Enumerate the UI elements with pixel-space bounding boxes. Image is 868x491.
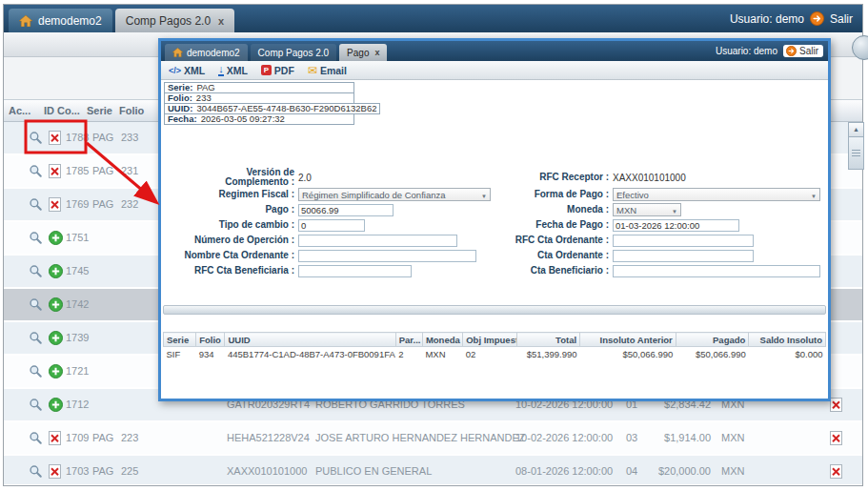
xml-download-button[interactable]: ↓ XML [218,65,248,76]
field-input[interactable]: 01-03-2026 12:00:00 [613,219,739,232]
field-input[interactable] [613,250,754,262]
view-icon[interactable] [29,331,43,345]
add-payment-icon[interactable] [49,264,63,278]
cancel-document-icon[interactable] [49,464,61,479]
close-icon[interactable]: x [374,48,379,57]
column-header-folio[interactable]: Folio [119,100,144,121]
view-icon[interactable] [29,264,43,278]
form-column-left: Versión de Complemento : 2.0 Regimen Fis… [163,168,491,278]
email-button[interactable]: ✉ Email [308,64,347,77]
add-payment-icon[interactable] [49,398,63,412]
doc-column-header[interactable]: Saldo Insoluto [749,333,826,347]
pdf-button[interactable]: P PDF [261,65,294,76]
cell-folio: 225 [121,456,138,484]
logout-label: Salir [799,46,818,56]
scrollbar-thumb[interactable] [848,137,864,170]
doc-column-header[interactable]: Insoluto Anterior [580,333,676,347]
view-icon[interactable] [29,197,43,212]
related-documents-table: SerieFolioUUIDPar...MonedaObj ImpuestoTo… [163,332,826,361]
view-icon[interactable] [29,398,43,412]
field-input[interactable]: 50066.99 [298,204,394,216]
field-input[interactable] [613,265,820,277]
column-header-id[interactable]: ID Co... [44,100,80,121]
scroll-up-icon[interactable]: ▲ [848,122,864,137]
cancel-document-icon[interactable] [49,431,61,445]
view-icon[interactable] [29,464,43,479]
doc-column-header[interactable]: Par... [395,333,422,347]
info-label: Serie: [168,82,192,92]
form-field: Nombre Cta Ordenante : [163,248,491,263]
doc-column-header[interactable]: Total [516,333,579,347]
info-value: PAG [196,82,214,92]
doc-table-row[interactable]: SIF 934 445B1774-C1AD-48B7-A473-0FB0091F… [164,347,826,362]
logout-button[interactable]: Salir [830,12,853,26]
doc-column-header[interactable]: Serie [164,333,196,347]
tab-comp-pagos[interactable]: Comp Pagos 2.0 x [115,9,235,32]
cancel-document-icon[interactable] [49,131,61,145]
table-row[interactable]: 1703 PAG 225 XAXX010101000 PUBLICO EN GE… [4,456,862,484]
pago-modal: demodemo2 Comp Pagos 2.0 Pago x Usuario:… [158,38,831,401]
cell-id: 1769 [66,189,89,220]
field-label: RFC Cta Beneficiaria : [163,266,298,276]
field-input[interactable] [613,235,754,247]
view-icon[interactable] [29,131,43,145]
doc-column-header[interactable]: UUID [225,333,395,347]
field-select[interactable]: Régimen Simplificado de Confianza [298,188,491,201]
delete-document-icon[interactable] [830,456,842,484]
modal-tab-demodemo2[interactable]: demodemo2 [165,44,248,61]
field-input[interactable]: 0 [298,219,365,232]
add-payment-icon[interactable] [49,231,63,245]
add-payment-icon[interactable] [49,364,63,378]
modal-tab-comp-pagos[interactable]: Comp Pagos 2.0 [251,44,337,61]
tab-label: demodemo2 [187,48,240,58]
doc-cell-total: $51,399.990 [516,347,579,362]
view-icon[interactable] [29,164,43,178]
form-field: Tipo de cambio : 0 [163,217,491,233]
cell-id: 1721 [66,356,89,387]
table-row[interactable]: 1709 PAG 223 HEHA521228V24 JOSE ARTURO H… [4,422,862,456]
row-actions [29,322,63,354]
logout-icon[interactable] [810,11,824,26]
doc-column-header[interactable]: Folio [196,333,225,347]
column-header-serie[interactable]: Serie [87,100,112,121]
field-label: Forma de Pago : [495,190,613,199]
close-icon[interactable]: x [218,15,224,27]
field-input[interactable] [298,250,476,262]
view-icon[interactable] [29,297,43,312]
panel-splitter[interactable] [163,305,826,315]
field-input[interactable] [298,235,457,247]
scrollbar[interactable]: ▲ [848,122,864,170]
delete-document-icon[interactable] [830,389,842,420]
cell-id: 1712 [66,389,89,420]
cell-id: 1788 [66,122,89,153]
field-label: RFC Cta Ordenante : [495,235,613,245]
xml-view-button[interactable]: </> XML [169,65,205,76]
cell-payment-code: 04 [626,456,637,484]
field-select[interactable]: Efectivo [613,188,820,201]
modal-tab-pago[interactable]: Pago x [339,44,387,61]
view-icon[interactable] [29,431,43,445]
field-select[interactable]: MXN [613,203,681,216]
column-header-actions[interactable]: Ac... [9,100,30,121]
cell-id: 1709 [66,422,89,454]
tab-demodemo2[interactable]: demodemo2 [9,9,112,32]
selected-value: Régimen Simplificado de Confianza [302,190,446,200]
add-payment-icon[interactable] [49,331,63,345]
field-input[interactable] [298,265,412,277]
field-label: Nombre Cta Ordenante : [163,251,298,260]
logout-button[interactable]: Salir [783,45,823,57]
view-icon[interactable] [29,231,43,245]
doc-column-header[interactable]: Pagado [676,333,749,347]
home-icon [172,48,183,57]
delete-document-icon[interactable] [830,422,842,454]
cell-folio: 223 [121,422,138,454]
doc-column-header[interactable]: Obj Impuesto [463,333,516,347]
view-icon[interactable] [29,364,43,378]
field-value: XAXX010101000 [613,173,686,183]
add-payment-icon[interactable] [49,297,63,312]
doc-column-header[interactable]: Moneda [422,333,462,347]
cancel-document-icon[interactable] [49,164,61,178]
selected-value: MXN [616,205,636,215]
main-header: demodemo2 Comp Pagos 2.0 x Usuario: demo… [4,5,862,32]
cancel-document-icon[interactable] [49,197,61,212]
